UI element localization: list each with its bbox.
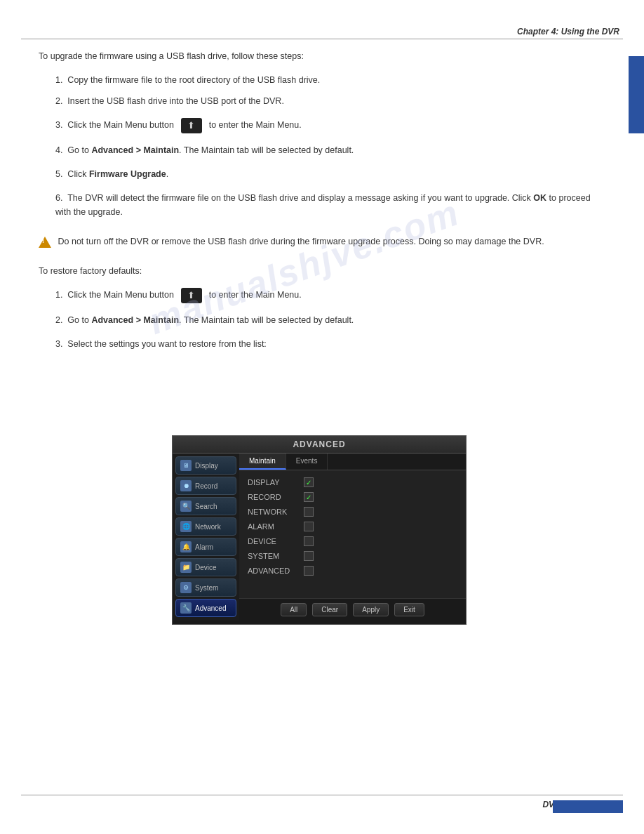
dvr-main-panel: Maintain Events DISPLAY RECORD NETWORK A…	[239, 454, 466, 621]
row-advanced: ADVANCED	[248, 566, 457, 576]
label-alarm: ALARM	[248, 522, 304, 531]
checkbox-device[interactable]	[304, 536, 314, 546]
sidebar-item-advanced[interactable]: 🔧 Advanced	[175, 599, 236, 617]
checkbox-display[interactable]	[304, 477, 314, 487]
main-menu-icon-2	[181, 288, 202, 303]
paragraph-upgrade-intro: To upgrade the firmware using a USB flas…	[39, 49, 605, 63]
dvr-bottom-buttons: All Clear Apply Exit	[239, 598, 466, 621]
top-divider	[21, 39, 623, 39]
record-icon: ⏺	[180, 480, 192, 491]
dvr-content-area: DISPLAY RECORD NETWORK ALARM DEVICE	[239, 470, 466, 598]
chapter-tab	[629, 56, 644, 133]
row-network: NETWORK	[248, 507, 457, 517]
checkbox-advanced[interactable]	[304, 566, 314, 576]
tab-maintain[interactable]: Maintain	[239, 454, 286, 470]
btn-all[interactable]: All	[281, 603, 307, 616]
sidebar-label-system: System	[195, 584, 218, 592]
dvr-body: 🖥 Display ⏺ Record 🔍 Search 🌐 Network 🔔 …	[173, 454, 466, 621]
sidebar-item-system[interactable]: ⚙ System	[175, 578, 236, 597]
row-record: RECORD	[248, 492, 457, 502]
alarm-icon: 🔔	[180, 541, 192, 552]
bottom-divider	[21, 795, 623, 795]
checkbox-network[interactable]	[304, 507, 314, 517]
step-3: 3. Click the Main Menu button to enter t…	[39, 118, 605, 133]
tab-events[interactable]: Events	[286, 454, 328, 470]
checkbox-system[interactable]	[304, 551, 314, 561]
label-system: SYSTEM	[248, 552, 304, 560]
btn-apply[interactable]: Apply	[353, 603, 389, 616]
factory-step-3: 3. Select the settings you want to resto…	[39, 337, 605, 351]
step-2: 2. Insert the USB flash drive into the U…	[39, 94, 605, 108]
checkbox-alarm[interactable]	[304, 522, 314, 531]
sidebar-label-record: Record	[195, 482, 217, 490]
system-icon: ⚙	[180, 582, 192, 593]
label-record: RECORD	[248, 493, 304, 501]
sidebar-item-record[interactable]: ⏺ Record	[175, 477, 236, 495]
footer-blue-bar	[553, 800, 623, 813]
factory-defaults-intro: To restore factory defaults:	[39, 264, 605, 278]
row-display: DISPLAY	[248, 477, 457, 487]
sidebar-item-display[interactable]: 🖥 Display	[175, 456, 236, 475]
warning-block: Do not turn off the DVR or remove the US…	[39, 234, 605, 249]
dvr-screenshot: ADVANCED 🖥 Display ⏺ Record 🔍 Search 🌐 N…	[172, 435, 467, 625]
step-1: 1. Copy the firmware file to the root di…	[39, 73, 605, 87]
checkbox-record[interactable]	[304, 492, 314, 502]
label-device: DEVICE	[248, 537, 304, 545]
label-advanced: ADVANCED	[248, 567, 304, 575]
search-icon: 🔍	[180, 501, 192, 512]
dvr-title: ADVANCED	[173, 436, 466, 454]
chapter-title: Chapter 4: Using the DVR	[517, 27, 619, 37]
sidebar-label-advanced: Advanced	[195, 604, 226, 612]
sidebar-label-display: Display	[195, 462, 218, 470]
step-6: 6. The DVR will detect the firmware file…	[39, 191, 605, 219]
label-display: DISPLAY	[248, 478, 304, 486]
step-4: 4. Go to Advanced > Maintain. The Mainta…	[39, 143, 605, 157]
display-icon: 🖥	[180, 460, 192, 471]
warning-text: Do not turn off the DVR or remove the US…	[58, 237, 544, 246]
row-system: SYSTEM	[248, 551, 457, 561]
btn-clear[interactable]: Clear	[312, 603, 347, 616]
sidebar-label-network: Network	[195, 523, 221, 531]
dvr-tab-bar: Maintain Events	[239, 454, 466, 470]
sidebar-label-alarm: Alarm	[195, 543, 213, 551]
factory-step-1: 1. Click the Main Menu button to enter t…	[39, 288, 605, 303]
sidebar-item-search[interactable]: 🔍 Search	[175, 497, 236, 515]
sidebar-item-alarm[interactable]: 🔔 Alarm	[175, 538, 236, 556]
step-5: 5. Click Firmware Upgrade.	[39, 167, 605, 181]
main-content: To upgrade the firmware using a USB flas…	[39, 49, 605, 361]
main-menu-icon-1	[181, 118, 202, 133]
btn-exit[interactable]: Exit	[394, 603, 424, 616]
advanced-icon: 🔧	[180, 602, 192, 614]
sidebar-item-network[interactable]: 🌐 Network	[175, 517, 236, 536]
label-network: NETWORK	[248, 508, 304, 516]
sidebar-label-device: Device	[195, 564, 217, 571]
row-alarm: ALARM	[248, 522, 457, 531]
sidebar-label-search: Search	[195, 503, 217, 510]
network-icon: 🌐	[180, 521, 192, 532]
factory-step-2: 2. Go to Advanced > Maintain. The Mainta…	[39, 313, 605, 327]
warning-icon	[39, 237, 51, 248]
sidebar-item-device[interactable]: 📁 Device	[175, 558, 236, 576]
dvr-sidebar: 🖥 Display ⏺ Record 🔍 Search 🌐 Network 🔔 …	[173, 454, 239, 621]
device-icon: 📁	[180, 562, 192, 573]
row-device: DEVICE	[248, 536, 457, 546]
